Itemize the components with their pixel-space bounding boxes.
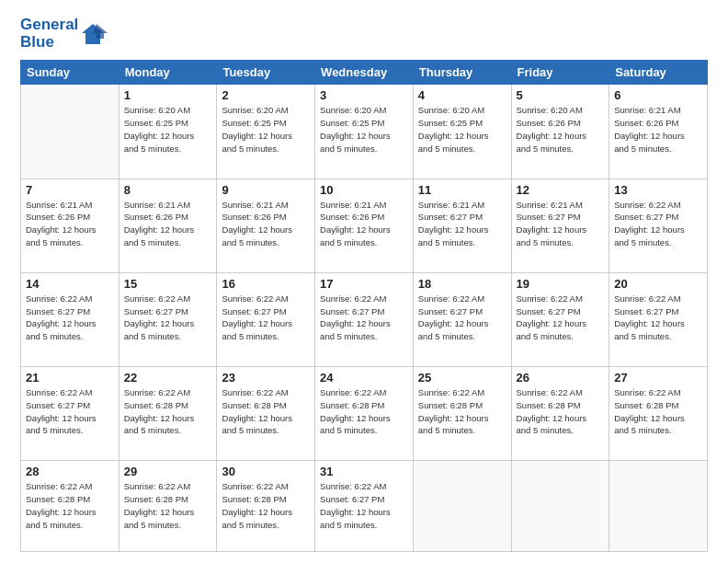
day-info: Sunrise: 6:22 AM Sunset: 6:27 PM Dayligh… — [320, 293, 408, 343]
day-info: Sunrise: 6:22 AM Sunset: 6:27 PM Dayligh… — [222, 293, 310, 343]
calendar-cell: 26Sunrise: 6:22 AM Sunset: 6:28 PM Dayli… — [511, 367, 609, 461]
calendar-cell: 7Sunrise: 6:21 AM Sunset: 6:26 PM Daylig… — [21, 178, 119, 272]
calendar-cell: 11Sunrise: 6:21 AM Sunset: 6:27 PM Dayli… — [413, 178, 511, 272]
calendar-cell: 23Sunrise: 6:22 AM Sunset: 6:28 PM Dayli… — [217, 367, 315, 461]
day-info: Sunrise: 6:22 AM Sunset: 6:28 PM Dayligh… — [26, 480, 114, 531]
calendar-cell: 13Sunrise: 6:22 AM Sunset: 6:27 PM Dayli… — [609, 178, 708, 272]
calendar-cell: 19Sunrise: 6:22 AM Sunset: 6:27 PM Dayli… — [511, 272, 609, 366]
day-number: 8 — [124, 183, 212, 197]
day-info: Sunrise: 6:22 AM Sunset: 6:28 PM Dayligh… — [124, 480, 212, 531]
day-info: Sunrise: 6:21 AM Sunset: 6:27 PM Dayligh… — [517, 199, 605, 249]
calendar-cell: 18Sunrise: 6:22 AM Sunset: 6:27 PM Dayli… — [413, 272, 511, 366]
day-info: Sunrise: 6:22 AM Sunset: 6:28 PM Dayligh… — [222, 480, 310, 531]
col-header-wednesday: Wednesday — [315, 61, 414, 85]
day-number: 10 — [320, 183, 408, 197]
day-info: Sunrise: 6:20 AM Sunset: 6:25 PM Dayligh… — [320, 104, 408, 155]
day-info: Sunrise: 6:20 AM Sunset: 6:25 PM Dayligh… — [222, 104, 310, 155]
calendar-cell: 27Sunrise: 6:22 AM Sunset: 6:28 PM Dayli… — [609, 367, 708, 461]
calendar-cell: 28Sunrise: 6:22 AM Sunset: 6:28 PM Dayli… — [21, 461, 119, 552]
day-number: 23 — [222, 371, 310, 385]
day-number: 12 — [517, 183, 605, 197]
day-info: Sunrise: 6:22 AM Sunset: 6:27 PM Dayligh… — [26, 293, 114, 343]
day-info: Sunrise: 6:22 AM Sunset: 6:28 PM Dayligh… — [517, 386, 605, 437]
day-number: 20 — [614, 277, 702, 291]
logo-blue: Blue — [20, 34, 78, 52]
day-info: Sunrise: 6:22 AM Sunset: 6:27 PM Dayligh… — [614, 293, 702, 343]
day-info: Sunrise: 6:20 AM Sunset: 6:25 PM Dayligh… — [124, 104, 212, 155]
day-number: 17 — [320, 277, 408, 291]
day-info: Sunrise: 6:21 AM Sunset: 6:26 PM Dayligh… — [222, 199, 310, 249]
day-info: Sunrise: 6:22 AM Sunset: 6:27 PM Dayligh… — [26, 386, 114, 437]
calendar: SundayMondayTuesdayWednesdayThursdayFrid… — [20, 60, 708, 552]
calendar-cell — [609, 461, 708, 552]
calendar-cell: 14Sunrise: 6:22 AM Sunset: 6:27 PM Dayli… — [21, 272, 119, 366]
day-info: Sunrise: 6:22 AM Sunset: 6:28 PM Dayligh… — [222, 386, 310, 437]
day-number: 6 — [614, 88, 702, 102]
calendar-cell: 10Sunrise: 6:21 AM Sunset: 6:26 PM Dayli… — [315, 178, 414, 272]
day-number: 29 — [124, 465, 212, 478]
day-info: Sunrise: 6:21 AM Sunset: 6:26 PM Dayligh… — [320, 199, 408, 249]
col-header-monday: Monday — [119, 61, 217, 85]
calendar-cell: 29Sunrise: 6:22 AM Sunset: 6:28 PM Dayli… — [119, 461, 217, 552]
calendar-cell: 25Sunrise: 6:22 AM Sunset: 6:28 PM Dayli… — [413, 367, 511, 461]
day-number: 24 — [320, 371, 408, 385]
calendar-cell: 3Sunrise: 6:20 AM Sunset: 6:25 PM Daylig… — [315, 85, 414, 178]
day-number: 7 — [26, 183, 114, 197]
day-info: Sunrise: 6:22 AM Sunset: 6:27 PM Dayligh… — [418, 293, 506, 343]
day-info: Sunrise: 6:21 AM Sunset: 6:27 PM Dayligh… — [418, 199, 506, 249]
day-info: Sunrise: 6:22 AM Sunset: 6:28 PM Dayligh… — [320, 386, 408, 437]
day-info: Sunrise: 6:21 AM Sunset: 6:26 PM Dayligh… — [26, 199, 114, 249]
calendar-cell: 12Sunrise: 6:21 AM Sunset: 6:27 PM Dayli… — [511, 178, 609, 272]
calendar-cell: 15Sunrise: 6:22 AM Sunset: 6:27 PM Dayli… — [119, 272, 217, 366]
day-info: Sunrise: 6:22 AM Sunset: 6:28 PM Dayligh… — [418, 386, 506, 437]
day-info: Sunrise: 6:22 AM Sunset: 6:27 PM Dayligh… — [517, 293, 605, 343]
day-number: 11 — [418, 183, 506, 197]
calendar-cell — [21, 85, 119, 178]
calendar-cell: 8Sunrise: 6:21 AM Sunset: 6:26 PM Daylig… — [119, 178, 217, 272]
day-info: Sunrise: 6:20 AM Sunset: 6:26 PM Dayligh… — [517, 104, 605, 155]
day-number: 30 — [222, 465, 310, 478]
calendar-cell: 2Sunrise: 6:20 AM Sunset: 6:25 PM Daylig… — [217, 85, 315, 178]
day-number: 3 — [320, 88, 408, 102]
col-header-friday: Friday — [511, 61, 609, 85]
day-number: 19 — [517, 277, 605, 291]
day-number: 13 — [614, 183, 702, 197]
logo: General Blue — [20, 17, 108, 51]
day-number: 26 — [517, 371, 605, 385]
day-info: Sunrise: 6:22 AM Sunset: 6:27 PM Dayligh… — [124, 293, 212, 343]
page: General Blue SundayMondayTuesdayWednesda… — [0, 0, 728, 563]
day-number: 14 — [26, 277, 114, 291]
calendar-cell — [413, 461, 511, 552]
day-number: 16 — [222, 277, 310, 291]
day-number: 15 — [124, 277, 212, 291]
calendar-cell: 24Sunrise: 6:22 AM Sunset: 6:28 PM Dayli… — [315, 367, 414, 461]
day-number: 1 — [124, 88, 212, 102]
logo-icon — [80, 20, 108, 48]
day-info: Sunrise: 6:22 AM Sunset: 6:27 PM Dayligh… — [320, 480, 408, 531]
day-info: Sunrise: 6:21 AM Sunset: 6:26 PM Dayligh… — [124, 199, 212, 249]
calendar-cell: 6Sunrise: 6:21 AM Sunset: 6:26 PM Daylig… — [609, 85, 708, 178]
day-info: Sunrise: 6:22 AM Sunset: 6:28 PM Dayligh… — [124, 386, 212, 437]
calendar-cell: 22Sunrise: 6:22 AM Sunset: 6:28 PM Dayli… — [119, 367, 217, 461]
calendar-cell: 16Sunrise: 6:22 AM Sunset: 6:27 PM Dayli… — [217, 272, 315, 366]
calendar-cell: 30Sunrise: 6:22 AM Sunset: 6:28 PM Dayli… — [217, 461, 315, 552]
logo-text: General — [20, 17, 78, 34]
logo-blue-text: Blue — [20, 33, 54, 51]
col-header-tuesday: Tuesday — [217, 61, 315, 85]
day-number: 22 — [124, 371, 212, 385]
calendar-cell: 5Sunrise: 6:20 AM Sunset: 6:26 PM Daylig… — [511, 85, 609, 178]
calendar-cell: 1Sunrise: 6:20 AM Sunset: 6:25 PM Daylig… — [119, 85, 217, 178]
calendar-cell: 17Sunrise: 6:22 AM Sunset: 6:27 PM Dayli… — [315, 272, 414, 366]
logo-general: General — [20, 16, 78, 33]
day-number: 5 — [517, 88, 605, 102]
day-number: 27 — [614, 371, 702, 385]
day-info: Sunrise: 6:22 AM Sunset: 6:28 PM Dayligh… — [614, 386, 702, 437]
calendar-cell: 20Sunrise: 6:22 AM Sunset: 6:27 PM Dayli… — [609, 272, 708, 366]
day-number: 21 — [26, 371, 114, 385]
day-info: Sunrise: 6:20 AM Sunset: 6:25 PM Dayligh… — [418, 104, 506, 155]
calendar-cell: 4Sunrise: 6:20 AM Sunset: 6:25 PM Daylig… — [413, 85, 511, 178]
calendar-cell: 21Sunrise: 6:22 AM Sunset: 6:27 PM Dayli… — [21, 367, 119, 461]
calendar-cell — [511, 461, 609, 552]
day-number: 25 — [418, 371, 506, 385]
day-number: 2 — [222, 88, 310, 102]
